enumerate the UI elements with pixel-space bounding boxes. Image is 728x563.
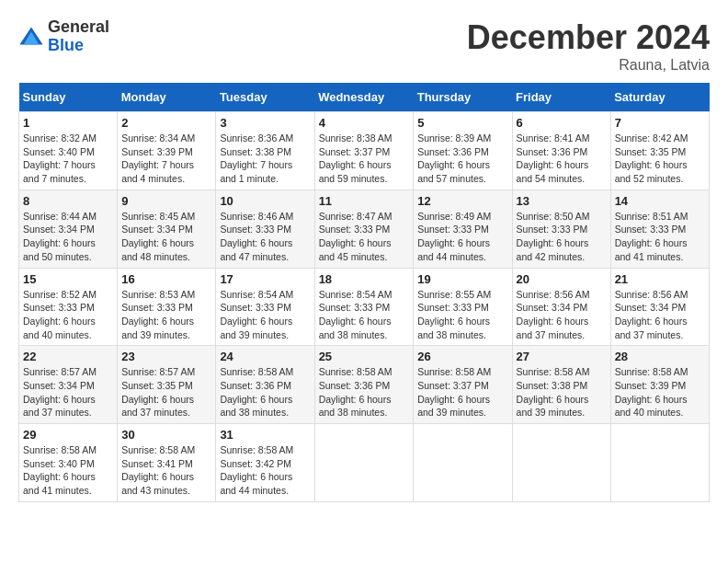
logo-text: General Blue bbox=[48, 18, 109, 55]
week-row-1: 1 Sunrise: 8:32 AM Sunset: 3:40 PM Dayli… bbox=[19, 112, 710, 190]
day-detail: Sunrise: 8:55 AM Sunset: 3:33 PM Dayligh… bbox=[417, 288, 507, 342]
day-cell: 31 Sunrise: 8:58 AM Sunset: 3:42 PM Dayl… bbox=[216, 424, 314, 502]
day-cell: 20 Sunrise: 8:56 AM Sunset: 3:34 PM Dayl… bbox=[512, 268, 610, 346]
logo-icon bbox=[18, 24, 44, 50]
day-detail: Sunrise: 8:58 AM Sunset: 3:38 PM Dayligh… bbox=[517, 365, 607, 419]
week-row-5: 29 Sunrise: 8:58 AM Sunset: 3:40 PM Dayl… bbox=[19, 424, 710, 502]
day-header-sunday: Sunday bbox=[19, 83, 118, 112]
day-number: 23 bbox=[121, 350, 211, 363]
week-row-2: 8 Sunrise: 8:44 AM Sunset: 3:34 PM Dayli… bbox=[19, 190, 710, 268]
day-number: 16 bbox=[121, 272, 211, 286]
day-number: 4 bbox=[319, 116, 410, 130]
day-cell bbox=[414, 424, 512, 502]
day-cell: 24 Sunrise: 8:58 AM Sunset: 3:36 PM Dayl… bbox=[216, 346, 314, 424]
day-number: 24 bbox=[220, 350, 310, 363]
day-number: 22 bbox=[23, 350, 113, 363]
day-number: 11 bbox=[319, 194, 410, 208]
day-detail: Sunrise: 8:58 AM Sunset: 3:42 PM Dayligh… bbox=[220, 443, 310, 498]
month-title: December 2024 bbox=[467, 18, 710, 57]
day-cell: 13 Sunrise: 8:50 AM Sunset: 3:33 PM Dayl… bbox=[512, 190, 610, 268]
day-cell: 9 Sunrise: 8:45 AM Sunset: 3:34 PM Dayli… bbox=[118, 190, 216, 268]
day-detail: Sunrise: 8:58 AM Sunset: 3:36 PM Dayligh… bbox=[319, 365, 410, 419]
day-cell: 29 Sunrise: 8:58 AM Sunset: 3:40 PM Dayl… bbox=[19, 424, 118, 502]
day-detail: Sunrise: 8:38 AM Sunset: 3:37 PM Dayligh… bbox=[319, 132, 410, 186]
title-area: December 2024 Rauna, Latvia bbox=[467, 18, 710, 74]
day-number: 2 bbox=[121, 116, 211, 130]
day-number: 31 bbox=[220, 428, 310, 442]
logo: General Blue bbox=[18, 18, 109, 55]
day-detail: Sunrise: 8:44 AM Sunset: 3:34 PM Dayligh… bbox=[23, 210, 113, 264]
day-cell: 27 Sunrise: 8:58 AM Sunset: 3:38 PM Dayl… bbox=[512, 346, 610, 424]
day-cell: 11 Sunrise: 8:47 AM Sunset: 3:33 PM Dayl… bbox=[314, 190, 414, 268]
day-cell: 4 Sunrise: 8:38 AM Sunset: 3:37 PM Dayli… bbox=[314, 112, 414, 190]
day-detail: Sunrise: 8:58 AM Sunset: 3:41 PM Dayligh… bbox=[121, 443, 211, 498]
day-detail: Sunrise: 8:58 AM Sunset: 3:40 PM Dayligh… bbox=[23, 443, 113, 498]
day-detail: Sunrise: 8:42 AM Sunset: 3:35 PM Dayligh… bbox=[615, 132, 705, 186]
day-cell: 22 Sunrise: 8:57 AM Sunset: 3:34 PM Dayl… bbox=[19, 346, 118, 424]
day-cell bbox=[314, 424, 414, 502]
day-number: 5 bbox=[417, 116, 507, 130]
day-cell: 2 Sunrise: 8:34 AM Sunset: 3:39 PM Dayli… bbox=[118, 112, 216, 190]
week-row-3: 15 Sunrise: 8:52 AM Sunset: 3:33 PM Dayl… bbox=[19, 268, 710, 346]
day-number: 30 bbox=[121, 428, 211, 442]
day-number: 15 bbox=[23, 272, 113, 286]
day-detail: Sunrise: 8:32 AM Sunset: 3:40 PM Dayligh… bbox=[23, 132, 113, 186]
day-cell: 25 Sunrise: 8:58 AM Sunset: 3:36 PM Dayl… bbox=[314, 346, 414, 424]
day-cell: 19 Sunrise: 8:55 AM Sunset: 3:33 PM Dayl… bbox=[414, 268, 512, 346]
day-cell: 5 Sunrise: 8:39 AM Sunset: 3:36 PM Dayli… bbox=[414, 112, 512, 190]
day-number: 6 bbox=[517, 116, 607, 130]
day-number: 13 bbox=[517, 194, 607, 208]
day-detail: Sunrise: 8:57 AM Sunset: 3:35 PM Dayligh… bbox=[121, 365, 211, 419]
day-detail: Sunrise: 8:45 AM Sunset: 3:34 PM Dayligh… bbox=[121, 210, 211, 264]
day-number: 20 bbox=[517, 272, 607, 286]
day-cell bbox=[610, 424, 709, 502]
day-header-thursday: Thursday bbox=[414, 83, 512, 112]
logo-blue: Blue bbox=[48, 37, 109, 55]
day-number: 17 bbox=[220, 272, 310, 286]
location: Rauna, Latvia bbox=[467, 57, 710, 74]
day-number: 14 bbox=[615, 194, 705, 208]
day-cell: 1 Sunrise: 8:32 AM Sunset: 3:40 PM Dayli… bbox=[19, 112, 118, 190]
day-number: 18 bbox=[319, 272, 410, 286]
day-cell: 8 Sunrise: 8:44 AM Sunset: 3:34 PM Dayli… bbox=[19, 190, 118, 268]
day-number: 9 bbox=[121, 194, 211, 208]
day-cell: 7 Sunrise: 8:42 AM Sunset: 3:35 PM Dayli… bbox=[610, 112, 709, 190]
day-number: 21 bbox=[615, 272, 705, 286]
day-number: 12 bbox=[417, 194, 507, 208]
day-header-friday: Friday bbox=[512, 83, 610, 112]
day-cell: 17 Sunrise: 8:54 AM Sunset: 3:33 PM Dayl… bbox=[216, 268, 314, 346]
day-number: 25 bbox=[319, 350, 410, 363]
day-cell: 6 Sunrise: 8:41 AM Sunset: 3:36 PM Dayli… bbox=[512, 112, 610, 190]
day-header-saturday: Saturday bbox=[610, 83, 709, 112]
day-detail: Sunrise: 8:47 AM Sunset: 3:33 PM Dayligh… bbox=[319, 210, 410, 264]
day-detail: Sunrise: 8:39 AM Sunset: 3:36 PM Dayligh… bbox=[417, 132, 507, 186]
day-cell: 28 Sunrise: 8:58 AM Sunset: 3:39 PM Dayl… bbox=[610, 346, 709, 424]
day-detail: Sunrise: 8:56 AM Sunset: 3:34 PM Dayligh… bbox=[615, 288, 705, 342]
day-number: 29 bbox=[23, 428, 113, 442]
day-detail: Sunrise: 8:46 AM Sunset: 3:33 PM Dayligh… bbox=[220, 210, 310, 264]
logo-general: General bbox=[48, 18, 109, 37]
day-detail: Sunrise: 8:49 AM Sunset: 3:33 PM Dayligh… bbox=[417, 210, 507, 264]
day-detail: Sunrise: 8:36 AM Sunset: 3:38 PM Dayligh… bbox=[220, 132, 310, 186]
day-cell: 21 Sunrise: 8:56 AM Sunset: 3:34 PM Dayl… bbox=[610, 268, 709, 346]
day-number: 28 bbox=[615, 350, 705, 363]
day-number: 19 bbox=[417, 272, 507, 286]
day-header-monday: Monday bbox=[118, 83, 216, 112]
day-detail: Sunrise: 8:57 AM Sunset: 3:34 PM Dayligh… bbox=[23, 365, 113, 419]
week-row-4: 22 Sunrise: 8:57 AM Sunset: 3:34 PM Dayl… bbox=[19, 346, 710, 424]
day-cell: 18 Sunrise: 8:54 AM Sunset: 3:33 PM Dayl… bbox=[314, 268, 414, 346]
day-detail: Sunrise: 8:56 AM Sunset: 3:34 PM Dayligh… bbox=[517, 288, 607, 342]
day-detail: Sunrise: 8:52 AM Sunset: 3:33 PM Dayligh… bbox=[23, 288, 113, 342]
day-number: 7 bbox=[615, 116, 705, 130]
day-cell: 3 Sunrise: 8:36 AM Sunset: 3:38 PM Dayli… bbox=[216, 112, 314, 190]
day-number: 3 bbox=[220, 116, 310, 130]
day-number: 27 bbox=[517, 350, 607, 363]
day-cell bbox=[512, 424, 610, 502]
day-detail: Sunrise: 8:54 AM Sunset: 3:33 PM Dayligh… bbox=[319, 288, 410, 342]
day-cell: 16 Sunrise: 8:53 AM Sunset: 3:33 PM Dayl… bbox=[118, 268, 216, 346]
day-cell: 26 Sunrise: 8:58 AM Sunset: 3:37 PM Dayl… bbox=[414, 346, 512, 424]
calendar-table: SundayMondayTuesdayWednesdayThursdayFrid… bbox=[18, 83, 710, 502]
day-number: 26 bbox=[417, 350, 507, 363]
day-detail: Sunrise: 8:54 AM Sunset: 3:33 PM Dayligh… bbox=[220, 288, 310, 342]
day-number: 10 bbox=[220, 194, 310, 208]
